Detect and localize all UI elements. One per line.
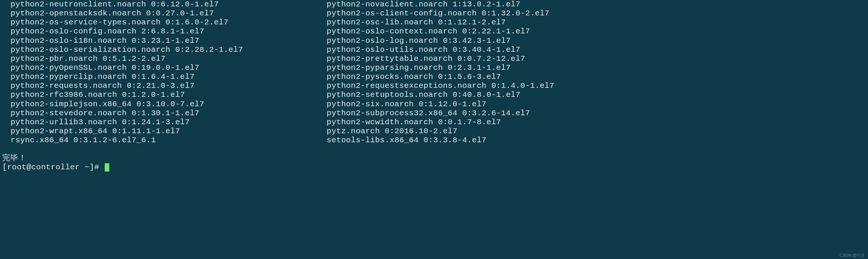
package-entry: python2-oslo-utils.noarch 0:3.40.4-1.el7 <box>327 45 554 54</box>
package-entry: python2-oslo-context.noarch 0:2.22.1-1.e… <box>327 27 554 36</box>
package-entry: python2-pysocks.noarch 0:1.5.6-3.el7 <box>327 72 554 81</box>
complete-message: 完毕！ <box>0 154 868 163</box>
package-column-left: python2-neutronclient.noarch 0:6.12.0-1.… <box>0 0 327 145</box>
package-entry: python2-os-client-config.noarch 0:1.32.0… <box>327 9 554 18</box>
package-entry: python2-oslo-i18n.noarch 0:3.23.1-1.el7 <box>11 36 327 45</box>
package-entry: rsync.x86_64 0:3.1.2-6.el7_6.1 <box>11 136 327 145</box>
package-entry: python2-stevedore.noarch 0:1.30.1-1.el7 <box>11 109 327 118</box>
package-entry: python2-wcwidth.noarch 0:0.1.7-8.el7 <box>327 118 554 127</box>
package-entry: python2-oslo-config.noarch 2:6.8.1-1.el7 <box>11 27 327 36</box>
package-entry: pytz.noarch 0:2016.10-2.el7 <box>327 127 554 136</box>
package-entry: python2-wrapt.x86_64 0:1.11.1-1.el7 <box>11 127 327 136</box>
package-entry: python2-oslo-serialization.noarch 0:2.28… <box>11 45 327 54</box>
package-entry: python2-requests.noarch 0:2.21.0-3.el7 <box>11 81 327 90</box>
package-entry: python2-novaclient.noarch 1:13.0.2-1.el7 <box>327 0 554 9</box>
package-entry: python2-neutronclient.noarch 0:6.12.0-1.… <box>11 0 327 9</box>
package-entry: python2-subprocess32.x86_64 0:3.2.6-14.e… <box>327 109 554 118</box>
shell-prompt-line[interactable]: [root@controller ~]# <box>0 163 868 172</box>
package-entry: setools-libs.x86_64 0:3.3.8-4.el7 <box>327 136 554 145</box>
package-entry: python2-osc-lib.noarch 0:1.12.1-2.el7 <box>327 18 554 27</box>
package-entry: python2-os-service-types.noarch 0:1.6.0-… <box>11 18 327 27</box>
package-entry: python2-urllib3.noarch 0:1.24.1-3.el7 <box>11 118 327 127</box>
package-entry: python2-requestsexceptions.noarch 0:1.4.… <box>327 81 554 90</box>
package-entry: python2-six.noarch 0:1.12.0-1.el7 <box>327 100 554 109</box>
package-entry: python2-rfc3986.noarch 0:1.2.0-1.el7 <box>11 90 327 99</box>
package-entry: python2-openstacksdk.noarch 0:0.27.0-1.e… <box>11 9 327 18</box>
package-entry: python2-pyparsing.noarch 0:2.3.1-1.el7 <box>327 63 554 72</box>
package-entry: python2-simplejson.x86_64 0:3.10.0-7.el7 <box>11 100 327 109</box>
package-output: python2-neutronclient.noarch 0:6.12.0-1.… <box>0 0 868 145</box>
cursor-icon <box>105 163 109 172</box>
package-entry: python2-pyperclip.noarch 0:1.6.4-1.el7 <box>11 72 327 81</box>
package-entry: python2-oslo-log.noarch 0:3.42.3-1.el7 <box>327 36 554 45</box>
package-entry: python2-prettytable.noarch 0:0.7.2-12.el… <box>327 54 554 63</box>
package-entry: python2-pbr.noarch 0:5.1.2-2.el7 <box>11 54 327 63</box>
watermark-text: CSDN @守丘 <box>840 253 865 258</box>
package-entry: python2-pyOpenSSL.noarch 0:19.0.0-1.el7 <box>11 63 327 72</box>
shell-prompt: [root@controller ~]# <box>2 163 104 172</box>
terminal-window[interactable]: python2-neutronclient.noarch 0:6.12.0-1.… <box>0 0 868 172</box>
package-column-right: python2-novaclient.noarch 1:13.0.2-1.el7… <box>327 0 554 145</box>
package-entry: python2-setuptools.noarch 0:40.8.0-1.el7 <box>327 90 554 99</box>
